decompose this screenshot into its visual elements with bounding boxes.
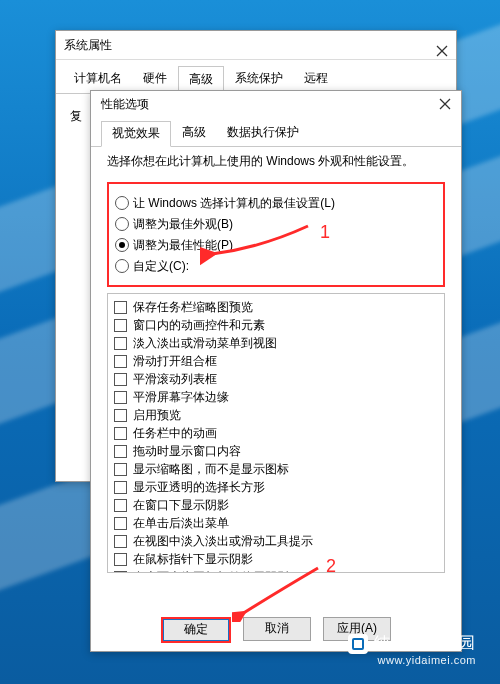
radio-best-performance[interactable]: 调整为最佳性能(P)	[113, 235, 439, 255]
check-item-label: 在窗口下显示阴影	[133, 497, 229, 514]
check-item[interactable]: 平滑屏幕字体边缘	[110, 388, 442, 406]
check-item-label: 在单击后淡出菜单	[133, 515, 229, 532]
check-item[interactable]: 启用预览	[110, 406, 442, 424]
watermark-logo-icon	[348, 634, 368, 654]
body-hint: 复	[70, 109, 82, 123]
checkbox-icon	[114, 445, 127, 458]
checkbox-icon	[114, 373, 127, 386]
check-item-label: 窗口内的动画控件和元素	[133, 317, 265, 334]
radio-group-highlight: 让 Windows 选择计算机的最佳设置(L) 调整为最佳外观(B) 调整为最佳…	[107, 182, 445, 287]
intro-text: 选择你想在此计算机上使用的 Windows 外观和性能设置。	[107, 153, 445, 170]
checkbox-icon	[114, 571, 127, 574]
tab-system-protection[interactable]: 系统保护	[225, 66, 293, 93]
check-item[interactable]: 淡入淡出或滑动菜单到视图	[110, 334, 442, 352]
check-item[interactable]: 在窗口下显示阴影	[110, 496, 442, 514]
tab-hardware[interactable]: 硬件	[133, 66, 177, 93]
tab-computer-name[interactable]: 计算机名	[64, 66, 132, 93]
checkbox-icon	[114, 517, 127, 530]
check-item[interactable]: 拖动时显示窗口内容	[110, 442, 442, 460]
performance-options-titlebar[interactable]: 性能选项	[91, 91, 461, 117]
checkbox-icon	[114, 319, 127, 332]
check-item[interactable]: 滑动打开组合框	[110, 352, 442, 370]
check-item[interactable]: 窗口内的动画控件和元素	[110, 316, 442, 334]
watermark-url: www.yidaimei.com	[348, 654, 476, 666]
check-item[interactable]: 在单击后淡出菜单	[110, 514, 442, 532]
close-icon[interactable]	[436, 39, 448, 51]
checkbox-icon	[114, 553, 127, 566]
checkbox-icon	[114, 535, 127, 548]
radio-custom[interactable]: 自定义(C):	[113, 256, 439, 276]
desktop-wallpaper: 系统属性 计算机名 硬件 高级 系统保护 远程 复 性能选项 视觉效果	[0, 0, 500, 684]
checkbox-icon	[114, 481, 127, 494]
check-item-label: 启用预览	[133, 407, 181, 424]
performance-options-dialog: 性能选项 视觉效果 高级 数据执行保护 选择你想在此计算机上使用的 Window…	[90, 90, 462, 652]
system-properties-title: 系统属性	[64, 31, 112, 59]
radio-label: 调整为最佳外观(B)	[133, 216, 233, 233]
watermark-brand: 纯净系统家园	[374, 634, 476, 651]
ok-button[interactable]: 确定	[161, 617, 231, 643]
check-item-label: 显示缩略图，而不是显示图标	[133, 461, 289, 478]
radio-label: 调整为最佳性能(P)	[133, 237, 233, 254]
check-item-label: 平滑滚动列表框	[133, 371, 217, 388]
radio-let-windows-choose[interactable]: 让 Windows 选择计算机的最佳设置(L)	[113, 193, 439, 213]
checkbox-icon	[114, 391, 127, 404]
performance-options-body: 选择你想在此计算机上使用的 Windows 外观和性能设置。 让 Windows…	[91, 139, 461, 651]
check-item[interactable]: 保存任务栏缩略图预览	[110, 298, 442, 316]
check-item[interactable]: 任务栏中的动画	[110, 424, 442, 442]
radio-label: 让 Windows 选择计算机的最佳设置(L)	[133, 195, 335, 212]
check-item[interactable]: 显示缩略图，而不是显示图标	[110, 460, 442, 478]
check-item-label: 在视图中淡入淡出或滑动工具提示	[133, 533, 313, 550]
check-item-label: 在鼠标指针下显示阴影	[133, 551, 253, 568]
checkbox-icon	[114, 463, 127, 476]
system-properties-tabs: 计算机名 硬件 高级 系统保护 远程	[56, 60, 456, 94]
check-item-label: 滑动打开组合框	[133, 353, 217, 370]
performance-options-title: 性能选项	[101, 96, 149, 113]
radio-icon	[115, 238, 129, 252]
checkbox-icon	[114, 427, 127, 440]
radio-best-appearance[interactable]: 调整为最佳外观(B)	[113, 214, 439, 234]
watermark: 纯净系统家园 www.yidaimei.com	[348, 633, 476, 666]
check-item-label: 显示亚透明的选择长方形	[133, 479, 265, 496]
check-item-label: 在桌面上为图标标签使用阴影	[133, 569, 289, 574]
check-item-label: 保存任务栏缩略图预览	[133, 299, 253, 316]
visual-effects-checklist[interactable]: 保存任务栏缩略图预览窗口内的动画控件和元素淡入淡出或滑动菜单到视图滑动打开组合框…	[107, 293, 445, 573]
system-properties-titlebar[interactable]: 系统属性	[56, 31, 456, 60]
checkbox-icon	[114, 355, 127, 368]
check-item-label: 任务栏中的动画	[133, 425, 217, 442]
radio-label: 自定义(C):	[133, 258, 189, 275]
check-item[interactable]: 显示亚透明的选择长方形	[110, 478, 442, 496]
checkbox-icon	[114, 301, 127, 314]
check-item-label: 平滑屏幕字体边缘	[133, 389, 229, 406]
check-item[interactable]: 平滑滚动列表框	[110, 370, 442, 388]
radio-icon	[115, 217, 129, 231]
cancel-button[interactable]: 取消	[243, 617, 311, 641]
check-item[interactable]: 在视图中淡入淡出或滑动工具提示	[110, 532, 442, 550]
radio-icon	[115, 196, 129, 210]
check-item-label: 拖动时显示窗口内容	[133, 443, 241, 460]
check-item[interactable]: 在桌面上为图标标签使用阴影	[110, 568, 442, 573]
checkbox-icon	[114, 337, 127, 350]
close-icon[interactable]	[439, 98, 451, 110]
check-item-label: 淡入淡出或滑动菜单到视图	[133, 335, 277, 352]
check-item[interactable]: 在鼠标指针下显示阴影	[110, 550, 442, 568]
radio-icon	[115, 259, 129, 273]
tab-remote[interactable]: 远程	[294, 66, 338, 93]
checkbox-icon	[114, 409, 127, 422]
checkbox-icon	[114, 499, 127, 512]
